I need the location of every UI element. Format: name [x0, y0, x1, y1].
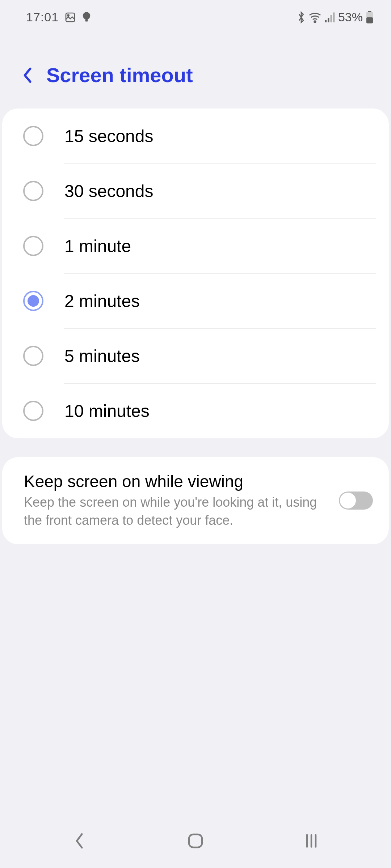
svg-rect-9 [368, 11, 371, 12]
svg-rect-5 [325, 20, 327, 22]
system-nav-bar [0, 821, 391, 868]
radio-icon [23, 126, 43, 146]
svg-rect-8 [333, 12, 335, 22]
radio-icon [23, 346, 43, 366]
radio-label: 2 minutes [64, 291, 140, 311]
svg-point-1 [68, 14, 69, 16]
timeout-options-card: 15 seconds 30 seconds 1 minute 2 minutes… [2, 109, 389, 438]
svg-point-2 [83, 12, 91, 20]
radio-icon [23, 181, 43, 201]
nav-back-button[interactable] [51, 828, 109, 854]
status-time: 17:01 [26, 10, 59, 24]
page-header: Screen timeout [0, 31, 391, 109]
keep-screen-toggle-row[interactable]: Keep screen on while viewing Keep the sc… [2, 457, 389, 544]
timeout-option-30s[interactable]: 30 seconds [2, 163, 389, 218]
gallery-icon [64, 12, 76, 23]
radio-label: 15 seconds [64, 126, 154, 146]
battery-pct: 53% [338, 10, 363, 24]
signal-icon [324, 12, 335, 23]
timeout-option-15s[interactable]: 15 seconds [2, 109, 389, 163]
svg-rect-7 [330, 15, 332, 22]
timeout-option-1m[interactable]: 1 minute [2, 218, 389, 273]
bluetooth-icon [297, 11, 306, 24]
svg-rect-6 [328, 18, 329, 22]
nav-home-button[interactable] [167, 828, 224, 854]
timeout-option-5m[interactable]: 5 minutes [2, 328, 389, 383]
keep-screen-card: Keep screen on while viewing Keep the sc… [2, 457, 389, 544]
radio-label: 5 minutes [64, 346, 140, 366]
radio-label: 30 seconds [64, 181, 154, 201]
back-button[interactable] [22, 66, 33, 85]
timeout-option-2m[interactable]: 2 minutes [2, 273, 389, 328]
status-bar: 17:01 [0, 0, 391, 31]
radio-icon [23, 401, 43, 421]
radio-label: 1 minute [64, 236, 131, 256]
svg-rect-12 [189, 834, 202, 847]
svg-rect-11 [366, 17, 373, 24]
radio-icon [23, 236, 43, 256]
page-title: Screen timeout [46, 63, 193, 87]
toggle-title: Keep screen on while viewing [24, 472, 328, 491]
wifi-icon [308, 12, 321, 23]
nav-recents-button[interactable] [282, 828, 340, 854]
radio-icon [23, 291, 43, 311]
radio-label: 10 minutes [64, 401, 150, 421]
svg-point-4 [314, 21, 316, 22]
switch-icon[interactable] [339, 492, 373, 510]
toggle-desc: Keep the screen on while you're looking … [24, 493, 328, 530]
timeout-option-10m[interactable]: 10 minutes [2, 383, 389, 438]
battery-icon [366, 11, 374, 24]
svg-rect-3 [85, 19, 88, 21]
bulb-icon [82, 12, 91, 23]
